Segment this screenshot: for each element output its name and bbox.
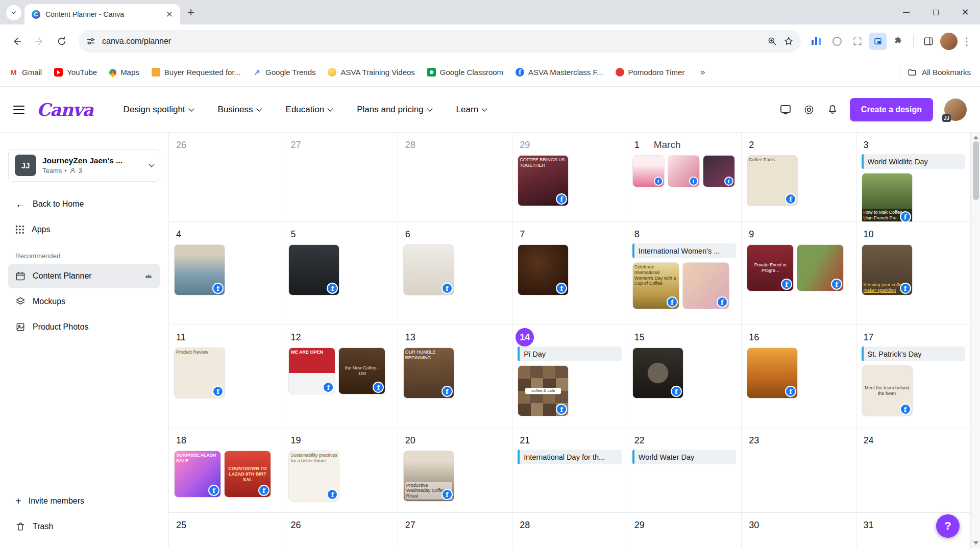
post-thumbnail-pinkgrid[interactable]: f (668, 155, 700, 187)
sidebar-item-content-planner[interactable]: Content Planner (8, 264, 160, 288)
calendar-cell-28[interactable]: 28 (398, 133, 512, 222)
post-thumbnail-newcoffee[interactable]: the New Coffee - 100f (338, 347, 385, 394)
forward-button[interactable] (30, 32, 49, 51)
calendar-cell-27[interactable]: 27 (398, 513, 512, 548)
bookmark-gmail[interactable]: Gmail (9, 68, 42, 77)
post-thumbnail-open[interactable]: WE ARE OPENf (288, 347, 335, 394)
zoom-icon[interactable] (767, 36, 777, 46)
calendar-cell-19[interactable]: 19Sustainability practices for a better … (283, 428, 398, 513)
back-to-home-button[interactable]: ← Back to Home (8, 192, 160, 216)
event-pill[interactable]: St. Patrick's Day (862, 346, 965, 361)
close-button[interactable]: ✕ (950, 0, 980, 24)
reload-button[interactable] (52, 32, 71, 51)
bookmarks-overflow-icon[interactable]: » (700, 67, 705, 78)
browser-menu-icon[interactable]: ⋮ (961, 35, 973, 47)
nav-education[interactable]: Education (276, 105, 342, 115)
calendar-cell-2[interactable]: 2Coffee Factsf (742, 133, 856, 222)
calendar-cell-29[interactable]: 29COFFEE BRINGS US TOGETHERf (512, 133, 627, 222)
post-thumbnail-barista[interactable]: Keeping your coffee maker sparklingf (862, 244, 913, 295)
bookmark-google-trends[interactable]: Google Trends (253, 68, 315, 77)
calendar-cell-17[interactable]: 17St. Patrick's DayMeet the team behind … (856, 325, 971, 428)
sidebar-item-apps[interactable]: Apps (8, 217, 160, 242)
bookmark-asva-training[interactable]: ASVA Training Videos (328, 68, 414, 77)
menu-icon[interactable] (13, 106, 24, 114)
bookmark-google-classroom[interactable]: Google Classroom (427, 68, 503, 77)
back-button[interactable] (7, 32, 27, 51)
trash-button[interactable]: Trash (8, 514, 160, 539)
bookmark-pomodoro[interactable]: Pomodoro Timer (616, 68, 685, 77)
settings-gear-icon[interactable] (803, 104, 815, 116)
calendar-cell-15[interactable]: 15f (627, 325, 742, 428)
calendar-cell-7[interactable]: 7f (512, 222, 627, 325)
event-pill[interactable]: Pi Day (518, 346, 621, 361)
post-thumbnail-scrubs[interactable]: f (174, 244, 225, 295)
active-extension-icon[interactable] (869, 33, 887, 50)
post-thumbnail-mag[interactable]: f (632, 347, 683, 398)
browser-tab[interactable]: C Content Planner - Canva ✕ (24, 4, 180, 24)
post-thumbnail-darkpink[interactable]: f (703, 155, 735, 187)
calendar-cell-16[interactable]: 16f (742, 325, 856, 428)
extension-circle-icon[interactable] (828, 33, 846, 50)
calendar-cell-27[interactable]: 27 (283, 133, 398, 222)
notifications-bell-icon[interactable] (826, 104, 839, 116)
tab-search-button[interactable] (6, 5, 21, 20)
site-info-icon[interactable] (86, 36, 96, 46)
post-thumbnail-humble[interactable]: OUR HUMBLE BEGINNINGf (403, 347, 454, 398)
post-thumbnail-pinkmag[interactable]: f (632, 155, 665, 187)
calendar-cell-3[interactable]: 3World Wildlife DayHow to Mak Coffee Usi… (856, 133, 971, 222)
scrollbar-thumb[interactable] (973, 141, 979, 200)
post-thumbnail-flowers[interactable]: Celebrate International Women's Day with… (632, 262, 679, 309)
post-thumbnail-team[interactable]: Meet the team behind the beanf (862, 365, 913, 416)
post-thumbnail-whitebook[interactable]: f (403, 244, 454, 295)
new-tab-button[interactable]: + (187, 5, 194, 19)
post-thumbnail-testimonial[interactable]: Sustainability practices for a better fu… (288, 451, 339, 502)
post-thumbnail-greenpour[interactable]: How to Mak Coffee Usin French Pre.f (862, 173, 913, 222)
calendar-cell-29[interactable]: 29 (627, 513, 742, 548)
post-thumbnail-redevent[interactable]: Private Event in Progre...f (747, 244, 794, 291)
bookmark-buyer-requested[interactable]: Buyer Requested for... (152, 68, 240, 77)
vertical-scrollbar[interactable] (971, 133, 980, 548)
calendar-cell-4[interactable]: 4f (169, 222, 283, 325)
event-pill[interactable]: International Day for th... (518, 450, 621, 464)
side-panel-icon[interactable] (920, 33, 937, 50)
desktop-app-icon[interactable] (779, 104, 792, 116)
calendar-cell-14[interactable]: 14Pi Daycoffee & cafef (512, 325, 627, 428)
post-thumbnail-collage[interactable]: coffee & cafef (518, 365, 569, 416)
url-text[interactable]: canva.com/planner (102, 37, 761, 46)
scroll-up-icon[interactable] (973, 136, 978, 139)
post-thumbnail-gifts[interactable]: f (682, 262, 729, 309)
post-thumbnail-window[interactable]: Productive Wednesday Coffee Ritualf (403, 451, 454, 502)
calendar-cell-9[interactable]: 9Private Event in Progre...ff (742, 222, 856, 325)
post-thumbnail-orangelatte[interactable]: f (747, 347, 798, 398)
restore-button[interactable] (921, 0, 950, 24)
event-pill[interactable]: International Women's ... (632, 243, 736, 258)
scroll-down-icon[interactable] (973, 541, 978, 545)
nav-plans-pricing[interactable]: Plans and pricing (347, 105, 441, 115)
post-thumbnail-beans[interactable]: f (518, 244, 569, 295)
event-pill[interactable]: World Water Day (632, 450, 736, 464)
create-design-button[interactable]: Create a design (850, 98, 933, 121)
calendar-cell-26[interactable]: 26 (169, 133, 283, 222)
calendar-cell-11[interactable]: 11Product Reviewf (169, 325, 283, 428)
post-thumbnail-maroon[interactable]: COFFEE BRINGS US TOGETHERf (518, 155, 569, 206)
event-pill[interactable]: World Wildlife Day (862, 154, 965, 169)
minimize-button[interactable] (891, 0, 921, 24)
calendar-cell-22[interactable]: 22World Water Day (627, 428, 742, 513)
calendar-cell-26[interactable]: 26 (283, 513, 398, 548)
address-bar[interactable]: canva.com/planner (79, 30, 801, 53)
calendar-cell-23[interactable]: 23 (742, 428, 856, 513)
calendar-cell-21[interactable]: 21International Day for th... (512, 428, 627, 513)
calendar-cell-13[interactable]: 13OUR HUMBLE BEGINNINGf (398, 325, 512, 428)
calendar-cell-30[interactable]: 30 (742, 513, 856, 548)
post-thumbnail-darkshop[interactable]: f (288, 244, 339, 295)
help-button[interactable]: ? (936, 514, 960, 538)
calendar-cell-28[interactable]: 28 (512, 513, 627, 548)
all-bookmarks-button[interactable]: All Bookmarks (899, 68, 971, 77)
post-thumbnail-countdown[interactable]: COUNTDOWN TO LAZAD 9TH BIRT SALf (224, 451, 271, 497)
bookmark-youtube[interactable]: YouTube (54, 68, 97, 77)
bookmark-star-icon[interactable] (783, 36, 794, 46)
fullscreen-extension-icon[interactable] (849, 33, 866, 50)
post-thumbnail-review[interactable]: Product Reviewf (174, 347, 225, 398)
calendar-cell-12[interactable]: 12WE ARE OPENfthe New Coffee - 100f (283, 325, 398, 428)
nav-learn[interactable]: Learn (447, 105, 496, 115)
